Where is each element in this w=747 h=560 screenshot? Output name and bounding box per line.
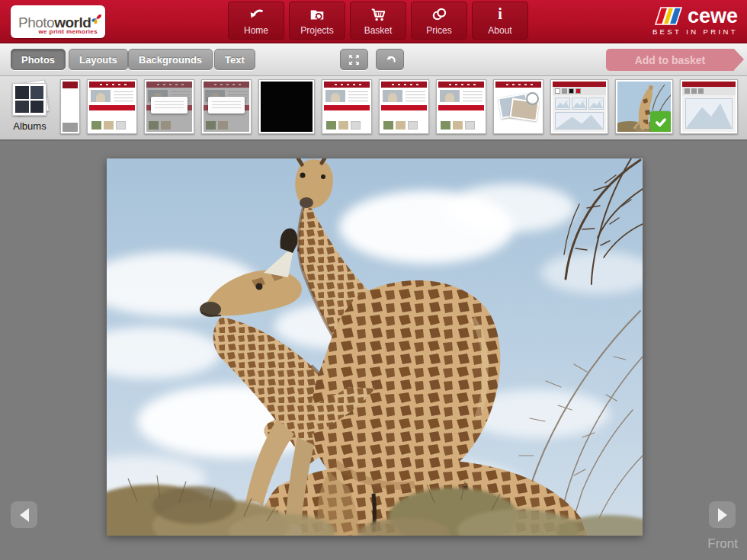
add-to-basket-button[interactable]: Add to basket: [606, 49, 734, 71]
thumb-black-page: [261, 82, 313, 132]
tab-text[interactable]: Text: [214, 49, 255, 70]
nav-prices-button[interactable]: Prices: [411, 2, 467, 40]
home-arrow-icon: [247, 6, 265, 23]
thumbnail-prints[interactable]: [493, 79, 543, 134]
thumb-photo-row: [91, 121, 126, 130]
placeholder-image-icon: [555, 112, 604, 130]
thumb-hero-photo: [325, 90, 345, 102]
thumb-red-banner: [89, 105, 135, 110]
thumbnail-black[interactable]: [258, 79, 315, 134]
expand-icon: [348, 53, 361, 66]
nav-label: Projects: [300, 25, 333, 36]
albums-label: Albums: [13, 120, 46, 132]
albums-stack-icon: [10, 80, 50, 118]
thumbnail-dialog[interactable]: [201, 79, 252, 134]
thumb-hero-photo: [440, 90, 460, 102]
nav-label: About: [488, 25, 511, 36]
tab-photos[interactable]: Photos: [11, 49, 66, 70]
thumbnail-dialog[interactable]: [144, 79, 194, 134]
placeholder-image-icon: [555, 98, 570, 110]
thumb-hero-photo: [91, 90, 111, 102]
thumb-editor-body: [682, 95, 736, 132]
undo-button[interactable]: [376, 49, 404, 70]
basket-cart-icon: [369, 6, 387, 23]
projects-folder-icon: [308, 6, 326, 23]
thumbnail-page[interactable]: [60, 79, 80, 134]
thumb-photo-row: [383, 121, 418, 130]
thumb-red-navbar: [682, 82, 736, 87]
placeholder-image-icon: [685, 98, 733, 129]
thumbnail-giraffe-selected[interactable]: [615, 79, 673, 134]
thumb-loupe-icon: [526, 92, 539, 105]
thumbnail-strip: [60, 78, 738, 134]
thumb-text-lines: [463, 91, 483, 101]
thumb-editor-toolbar: [682, 87, 736, 95]
fullscreen-button[interactable]: [340, 49, 368, 70]
thumbnail-site[interactable]: [322, 79, 372, 134]
thumb-editor-toolbar: [553, 87, 606, 95]
thumbnail-editor-multi[interactable]: [550, 79, 608, 134]
placeholder-image-icon: [588, 98, 604, 110]
thumb-red-navbar: [438, 82, 484, 88]
page-label: Front: [707, 536, 738, 552]
thumbnail-site[interactable]: [379, 79, 429, 134]
nav-home-button[interactable]: Home: [228, 2, 284, 40]
pinwheel-icon: [91, 11, 102, 26]
svg-text:i: i: [498, 6, 502, 22]
placeholder-image-icon: [572, 98, 587, 110]
tab-layouts[interactable]: Layouts: [69, 49, 128, 70]
cewe-brand-text: cewe: [688, 7, 738, 25]
right-arrow-icon: [718, 508, 727, 522]
thumb-photo-row: [441, 121, 475, 130]
nav-projects-button[interactable]: Projects: [289, 2, 345, 40]
photoworld-editor-app: Photoworld we print memories Home: [0, 0, 747, 560]
top-navigation-bar: Photoworld we print memories Home: [0, 0, 747, 43]
photoworld-logo: Photoworld we print memories: [11, 5, 105, 38]
page-photo-giraffes[interactable]: [107, 158, 643, 536]
thumbnail-editor-single[interactable]: [680, 79, 738, 134]
thumb-red-navbar: [89, 82, 135, 88]
thumb-text-lines: [114, 91, 133, 101]
thumb-text-lines: [348, 91, 368, 101]
prices-coins-icon: [430, 6, 448, 23]
thumb-red-navbar: [381, 82, 427, 88]
thumb-photo-row: [326, 121, 361, 130]
prev-page-button[interactable]: [11, 501, 37, 528]
nav-label: Basket: [364, 25, 393, 36]
photoworld-wordmark: Photoworld: [11, 5, 105, 30]
undo-icon: [383, 53, 397, 66]
thumb-text-lines: [406, 91, 425, 101]
thumb-footer-band: [63, 123, 78, 132]
thumb-hero-photo: [383, 90, 402, 102]
thumb-red-banner: [381, 105, 427, 110]
nav-label: Home: [244, 25, 268, 36]
left-arrow-icon: [20, 508, 29, 522]
editor-toolbar: Photos Layouts Backgrounds Text Add to b…: [0, 43, 747, 76]
albums-button[interactable]: Albums: [6, 78, 53, 132]
next-page-button[interactable]: [709, 501, 736, 528]
thumb-red-banner: [438, 105, 484, 110]
cewe-logo: cewe BEST IN PRINT: [622, 7, 738, 36]
thumbnail-site[interactable]: [436, 79, 486, 134]
thumb-header-band: [63, 82, 78, 88]
thumb-dialog-popup: [208, 97, 245, 114]
nav-about-button[interactable]: i About: [472, 2, 528, 40]
thumb-red-navbar: [324, 82, 370, 88]
tab-backgrounds[interactable]: Backgrounds: [128, 49, 213, 70]
nav-label: Prices: [426, 25, 451, 36]
thumb-editor-body: [553, 95, 606, 132]
about-info-icon: i: [491, 6, 509, 23]
thumb-red-navbar: [553, 82, 606, 87]
filmstrip: Albums: [0, 76, 747, 141]
cewe-tagline: BEST IN PRINT: [622, 27, 738, 36]
thumb-red-navbar: [495, 82, 541, 88]
thumb-dialog-popup: [151, 97, 188, 114]
thumbnail-site[interactable]: [87, 79, 137, 134]
main-nav: Home Projects Basket: [228, 2, 528, 40]
cewe-mark-icon: [651, 7, 683, 25]
nav-basket-button[interactable]: Basket: [350, 2, 406, 40]
selected-check-icon: [650, 111, 671, 132]
thumb-red-banner: [324, 105, 370, 110]
